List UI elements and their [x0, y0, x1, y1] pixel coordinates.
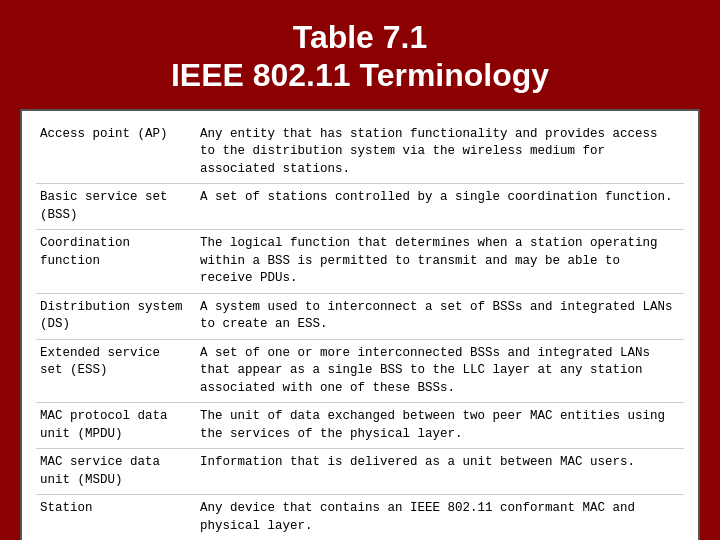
definition-cell: A set of one or more interconnected BSSs… — [196, 339, 684, 403]
definition-cell: A set of stations controlled by a single… — [196, 184, 684, 230]
table-row: MAC service data unit (MSDU)Information … — [36, 449, 684, 495]
definition-cell: Any entity that has station functionalit… — [196, 121, 684, 184]
table-row: Access point (AP)Any entity that has sta… — [36, 121, 684, 184]
term-cell: Basic service set (BSS) — [36, 184, 196, 230]
table-row: Basic service set (BSS)A set of stations… — [36, 184, 684, 230]
definition-cell: Information that is delivered as a unit … — [196, 449, 684, 495]
table-row: MAC protocol data unit (MPDU)The unit of… — [36, 403, 684, 449]
terminology-table: Access point (AP)Any entity that has sta… — [36, 121, 684, 540]
table-container: Access point (AP)Any entity that has sta… — [20, 109, 700, 540]
table-row: Coordination functionThe logical functio… — [36, 230, 684, 294]
title-line1: Table 7.1 — [171, 18, 549, 56]
term-cell: Coordination function — [36, 230, 196, 294]
definition-cell: A system used to interconnect a set of B… — [196, 293, 684, 339]
term-cell: Distribution system (DS) — [36, 293, 196, 339]
definition-cell: The logical function that determines whe… — [196, 230, 684, 294]
table-row: Distribution system (DS)A system used to… — [36, 293, 684, 339]
title-block: Table 7.1 IEEE 802.11 Terminology — [171, 18, 549, 95]
table-row: Extended service set (ESS)A set of one o… — [36, 339, 684, 403]
definition-cell: Any device that contains an IEEE 802.11 … — [196, 495, 684, 540]
term-cell: Station — [36, 495, 196, 540]
term-cell: MAC service data unit (MSDU) — [36, 449, 196, 495]
table-row: StationAny device that contains an IEEE … — [36, 495, 684, 540]
term-cell: Extended service set (ESS) — [36, 339, 196, 403]
term-cell: Access point (AP) — [36, 121, 196, 184]
term-cell: MAC protocol data unit (MPDU) — [36, 403, 196, 449]
title-line2: IEEE 802.11 Terminology — [171, 56, 549, 94]
definition-cell: The unit of data exchanged between two p… — [196, 403, 684, 449]
